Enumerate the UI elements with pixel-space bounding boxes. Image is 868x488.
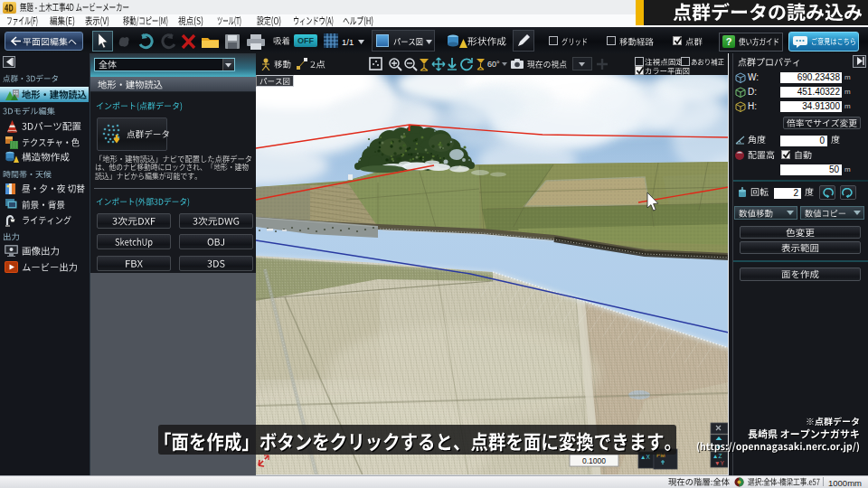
- svg-text:0.1000: 0.1000: [582, 456, 606, 465]
- svg-text:▲X: ▲X: [640, 454, 650, 460]
- svg-text:▲Z: ▲Z: [712, 453, 722, 459]
- svg-text:▼Y: ▼Y: [714, 460, 724, 466]
